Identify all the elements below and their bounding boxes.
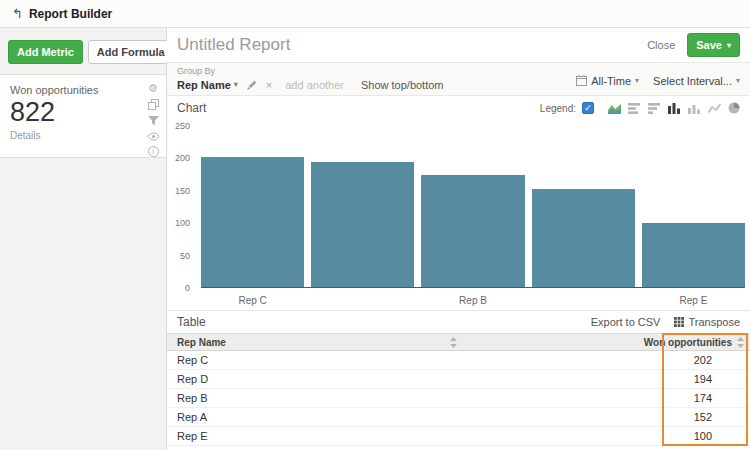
interval-dropdown[interactable]: Select Interval... ▾ <box>653 75 740 87</box>
y-axis-tick: 50 <box>180 251 190 261</box>
chevron-down-icon: ▾ <box>635 76 639 85</box>
x-axis-label: Rep B <box>421 295 524 306</box>
col2-label: Won opportunities <box>644 337 732 348</box>
eye-icon[interactable] <box>146 130 160 143</box>
sort-icon <box>450 337 457 348</box>
add-another-link[interactable]: add another <box>285 79 344 91</box>
export-csv-link[interactable]: Export to CSV <box>591 316 661 328</box>
bar-Rep B[interactable] <box>421 175 524 287</box>
y-axis: 250200150100500 <box>167 126 195 288</box>
chart-section-header: Chart Legend: ✓ <box>167 96 750 120</box>
col1-label: Rep Name <box>177 337 226 348</box>
value-cell: 100 <box>463 430 750 442</box>
rep-name-cell: Rep C <box>167 354 463 366</box>
bar-slot <box>311 126 414 287</box>
group-by-field-dropdown[interactable]: Rep Name ▾ <box>177 79 238 91</box>
value-cell: 202 <box>463 354 750 366</box>
table-body: Rep C202Rep D194Rep B174Rep A152Rep E100 <box>167 351 750 446</box>
sidebar: Add Metric Add Formula Won opportunities… <box>0 28 167 450</box>
column-header-rep-name[interactable]: Rep Name <box>167 337 463 348</box>
bar-Rep D[interactable] <box>311 162 414 287</box>
value-cell: 174 <box>463 392 750 404</box>
group-by-field-value: Rep Name <box>177 79 231 91</box>
pie-chart-icon[interactable] <box>728 102 740 114</box>
bar-slot <box>201 126 304 287</box>
sorted-horizontal-bar-chart-icon[interactable] <box>648 103 661 114</box>
info-icon[interactable]: i <box>148 146 159 157</box>
report-header: Untitled Report Close Save ▾ <box>167 28 750 62</box>
y-axis-tick: 0 <box>185 283 190 293</box>
y-axis-tick: 200 <box>175 153 190 163</box>
table-header-row: Rep Name Won opportunities <box>167 333 750 351</box>
legend-checkbox[interactable]: ✓ <box>582 102 594 114</box>
back-arrow-icon[interactable]: ↰ <box>12 6 23 21</box>
grouped-bar-chart-icon[interactable] <box>688 103 701 114</box>
metric-details-link[interactable]: Details <box>10 130 156 141</box>
report-title[interactable]: Untitled Report <box>177 35 647 55</box>
rep-name-cell: Rep B <box>167 392 463 404</box>
bar-slot <box>532 126 635 287</box>
chart-type-switcher <box>608 102 740 114</box>
table-row[interactable]: Rep A152 <box>167 408 750 427</box>
chevron-down-icon: ▾ <box>234 80 238 89</box>
area-chart-icon[interactable] <box>608 103 621 114</box>
main-panel: Untitled Report Close Save ▾ Group By Re… <box>167 28 750 450</box>
close-button[interactable]: Close <box>647 39 675 51</box>
bar-Rep A[interactable] <box>532 189 635 287</box>
bar-slot <box>642 126 745 287</box>
y-axis-tick: 250 <box>175 121 190 131</box>
rep-name-cell: Rep A <box>167 411 463 423</box>
add-formula-button[interactable]: Add Formula <box>88 40 174 64</box>
data-table: Rep Name Won opportunities Rep C202Rep D… <box>167 333 750 450</box>
metric-card[interactable]: Won opportunities 822 Details ⚙ i <box>0 74 166 158</box>
edit-pencil-icon[interactable] <box>245 78 259 91</box>
gear-icon[interactable]: ⚙ <box>146 82 160 95</box>
line-chart-icon[interactable] <box>708 103 721 114</box>
chart-section-title: Chart <box>177 101 206 115</box>
transpose-label: Transpose <box>688 316 740 328</box>
table-row[interactable]: Rep B174 <box>167 389 750 408</box>
horizontal-bar-chart-icon[interactable] <box>628 103 641 114</box>
bar-Rep C[interactable] <box>201 157 304 287</box>
table-section-title: Table <box>177 315 206 329</box>
remove-group-icon[interactable]: × <box>266 79 272 91</box>
bar-chart-icon-selected[interactable] <box>668 103 681 114</box>
sort-icon <box>737 337 744 348</box>
table-row[interactable]: Rep C202 <box>167 351 750 370</box>
top-bar: ↰ Report Builder <box>0 0 750 28</box>
x-axis-label: Rep E <box>642 295 745 306</box>
table-row[interactable]: Rep D194 <box>167 370 750 389</box>
x-axis-label <box>532 295 635 306</box>
app-title: Report Builder <box>29 7 112 21</box>
time-range-dropdown[interactable]: All-Time ▾ <box>576 75 639 87</box>
bar-Rep E[interactable] <box>642 223 745 287</box>
chevron-down-icon: ▾ <box>727 41 731 50</box>
calendar-icon <box>576 75 587 86</box>
column-header-won-opportunities[interactable]: Won opportunities <box>463 337 750 348</box>
rep-name-cell: Rep D <box>167 373 463 385</box>
rep-name-cell: Rep E <box>167 430 463 442</box>
table-row[interactable]: Rep E100 <box>167 427 750 446</box>
y-axis-tick: 150 <box>175 186 190 196</box>
bar-chart: 250200150100500 Rep CRep BRep E <box>167 120 750 310</box>
save-button[interactable]: Save ▾ <box>687 33 740 57</box>
bar-plot <box>201 126 745 288</box>
duplicate-icon[interactable] <box>146 98 160 111</box>
add-metric-button[interactable]: Add Metric <box>8 40 83 64</box>
x-axis-label <box>311 295 414 306</box>
y-axis-tick: 100 <box>175 218 190 228</box>
value-cell: 194 <box>463 373 750 385</box>
chevron-down-icon: ▾ <box>736 76 740 85</box>
transpose-button[interactable]: Transpose <box>674 316 740 328</box>
legend-label: Legend: <box>540 103 576 114</box>
time-range-value: All-Time <box>591 75 631 87</box>
grid-icon <box>674 317 684 327</box>
group-by-bar: Group By Rep Name ▾ × add another Show t… <box>167 62 750 96</box>
value-cell: 152 <box>463 411 750 423</box>
interval-value: Select Interval... <box>653 75 732 87</box>
metric-name: Won opportunities <box>10 84 156 96</box>
table-section-header: Table Export to CSV Transpose <box>167 310 750 333</box>
show-top-bottom-link[interactable]: Show top/bottom <box>361 79 444 91</box>
filter-funnel-icon[interactable] <box>146 114 160 127</box>
metric-toolbar: ⚙ i <box>146 82 160 157</box>
